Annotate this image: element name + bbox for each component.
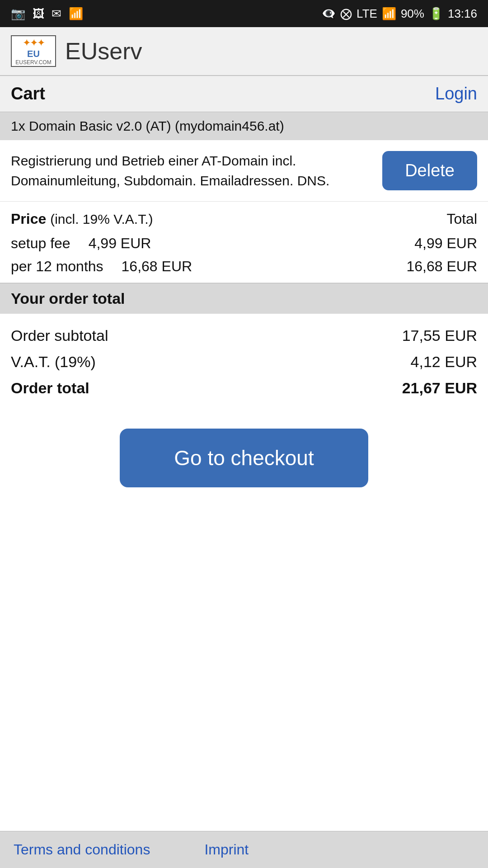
- terms-link[interactable]: Terms and conditions: [14, 841, 150, 858]
- per-amount: 16,68 EUR: [122, 255, 192, 278]
- wifi-icon: 📶: [69, 7, 83, 21]
- checkout-section: Go to checkout: [0, 410, 488, 505]
- logo-eu: EU: [27, 49, 40, 59]
- image-icon: 🖼: [33, 7, 44, 21]
- item-body: Registrierung und Betrieb einer AT-Domai…: [0, 140, 488, 202]
- order-total-value: 21,67 EUR: [402, 375, 477, 401]
- app-header: ✦✦✦ EU EUSERV.COM EUserv: [0, 27, 488, 75]
- per-total: 16,68 EUR: [406, 255, 477, 278]
- cart-label: Cart: [11, 84, 45, 104]
- setup-fee-total: 4,99 EUR: [414, 232, 477, 255]
- status-icons-left: 📷 🖼 ✉ 📶: [11, 7, 83, 21]
- battery-percent: 90%: [401, 7, 424, 21]
- camera-icon: 📷: [11, 7, 25, 21]
- cart-header: Cart Login: [0, 75, 488, 112]
- order-total-row: Order total 21,67 EUR: [11, 375, 477, 401]
- price-label: Price: [11, 211, 46, 227]
- setup-fee-label: setup fee: [11, 232, 70, 255]
- imprint-link[interactable]: Imprint: [204, 841, 249, 858]
- login-link[interactable]: Login: [435, 84, 477, 104]
- subtotal-value: 17,55 EUR: [402, 323, 477, 349]
- subtotal-row: Order subtotal 17,55 EUR: [11, 323, 477, 349]
- bluetooth-icon: ⨂: [340, 7, 352, 21]
- order-total-body: Order subtotal 17,55 EUR V.A.T. (19%) 4,…: [0, 314, 488, 410]
- setup-fee-amount: 4,99 EUR: [89, 232, 151, 255]
- setup-fee-row: setup fee 4,99 EUR 4,99 EUR: [11, 232, 477, 255]
- vat-value: 4,12 EUR: [411, 349, 477, 375]
- order-total-header: Your order total: [0, 283, 488, 314]
- battery-icon: 🔋: [429, 7, 443, 21]
- price-incl-vat: (incl. 19% V.A.T.): [50, 212, 153, 226]
- per-month-row: per 12 months 16,68 EUR 16,68 EUR: [11, 255, 477, 278]
- delete-button[interactable]: Delete: [382, 151, 477, 190]
- subtotal-label: Order subtotal: [11, 323, 108, 349]
- item-description: Registrierung und Betrieb einer AT-Domai…: [11, 151, 382, 190]
- logo-site: EUSERV.COM: [15, 59, 51, 66]
- status-bar: 📷 🖼 ✉ 📶 👁‍🗨 ⨂ LTE 📶 90% 🔋 13:16: [0, 0, 488, 27]
- checkout-button[interactable]: Go to checkout: [120, 429, 368, 487]
- logo: ✦✦✦ EU EUSERV.COM: [11, 35, 56, 67]
- price-header-left: Price (incl. 19% V.A.T.): [11, 211, 153, 227]
- eye-off-icon: 👁‍🗨: [321, 7, 336, 21]
- per-label: per 12 months: [11, 255, 103, 278]
- mail-icon: ✉: [52, 7, 61, 21]
- logo-stars: ✦✦✦: [23, 37, 44, 49]
- price-section: Price (incl. 19% V.A.T.) Total setup fee…: [0, 202, 488, 283]
- signal-icon: 📶: [382, 7, 396, 21]
- lte-icon: LTE: [357, 7, 377, 21]
- order-total-label: Order total: [11, 375, 89, 401]
- item-title: 1x Domain Basic v2.0 (AT) (mydomain456.a…: [0, 112, 488, 140]
- footer: Terms and conditions Imprint: [0, 831, 488, 868]
- vat-label: V.A.T. (19%): [11, 349, 96, 375]
- app-title: EUserv: [65, 38, 142, 65]
- status-icons-right: 👁‍🗨 ⨂ LTE 📶 90% 🔋 13:16: [321, 7, 477, 21]
- clock: 13:16: [448, 7, 477, 21]
- total-header: Total: [446, 211, 477, 227]
- vat-row: V.A.T. (19%) 4,12 EUR: [11, 349, 477, 375]
